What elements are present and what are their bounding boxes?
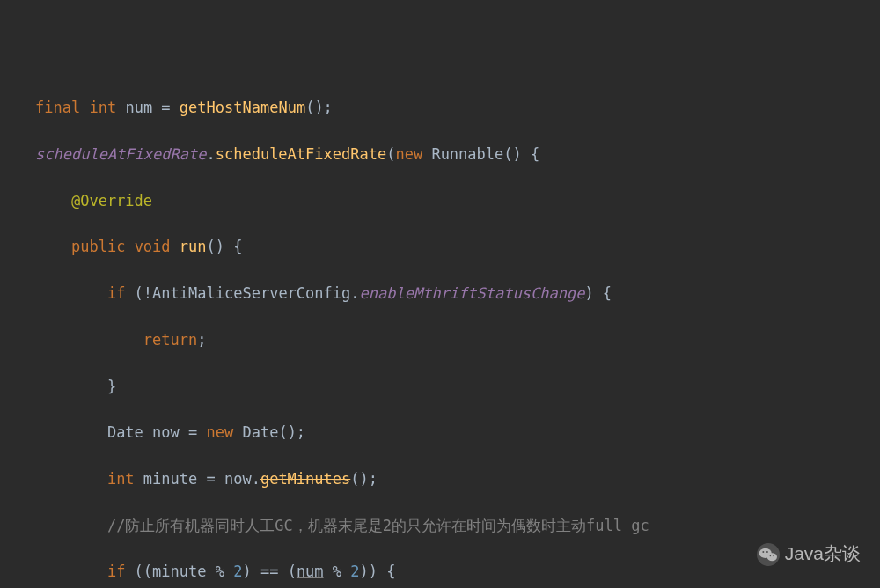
identifier: num [125, 99, 152, 116]
code-line[interactable]: } [0, 375, 880, 398]
keyword-final: final [35, 99, 80, 116]
class-ref: AntiMaliceServerConfig. [152, 284, 359, 302]
captured-var: num [297, 562, 324, 580]
keyword-int: int [89, 99, 116, 116]
static-field: enableMthriftStatusChange [360, 284, 585, 302]
svg-point-3 [762, 551, 764, 553]
code-line[interactable]: return; [0, 328, 880, 351]
method-call: getHostNameNum [180, 99, 305, 116]
code-line[interactable]: if ((minute % 2) == (num % 2)) { [0, 560, 880, 583]
svg-point-5 [769, 555, 771, 556]
watermark: Java杂谈 [757, 540, 861, 569]
qualifier: scheduleAtFixedRate [35, 145, 206, 163]
code-line[interactable]: final int num = getHostNameNum(); [0, 96, 880, 119]
code-line[interactable]: //防止所有机器同时人工GC，机器末尾是2的只允许在时间为偶数时主动full g… [0, 514, 880, 537]
code-line[interactable]: public void run() { [0, 235, 880, 258]
code-line[interactable]: int minute = now.getMinutes(); [0, 467, 880, 490]
code-line[interactable]: @Override [0, 189, 880, 212]
method-call: scheduleAtFixedRate [216, 145, 386, 163]
deprecated-method: getMinutes [260, 470, 350, 488]
svg-point-4 [766, 551, 768, 553]
method-name: run [180, 238, 207, 255]
code-line[interactable]: Date now = new Date(); [0, 421, 880, 444]
watermark-text: Java杂谈 [785, 540, 861, 569]
code-line[interactable]: if (!AntiMaliceServerConfig.enableMthrif… [0, 282, 880, 305]
line-comment: //防止所有机器同时人工GC，机器末尾是2的只允许在时间为偶数时主动full g… [107, 517, 649, 534]
wechat-icon [757, 543, 780, 566]
svg-point-2 [766, 553, 776, 561]
svg-point-6 [773, 555, 774, 556]
code-line[interactable]: scheduleAtFixedRate.scheduleAtFixedRate(… [0, 143, 880, 165]
annotation-override: @Override [71, 192, 152, 209]
